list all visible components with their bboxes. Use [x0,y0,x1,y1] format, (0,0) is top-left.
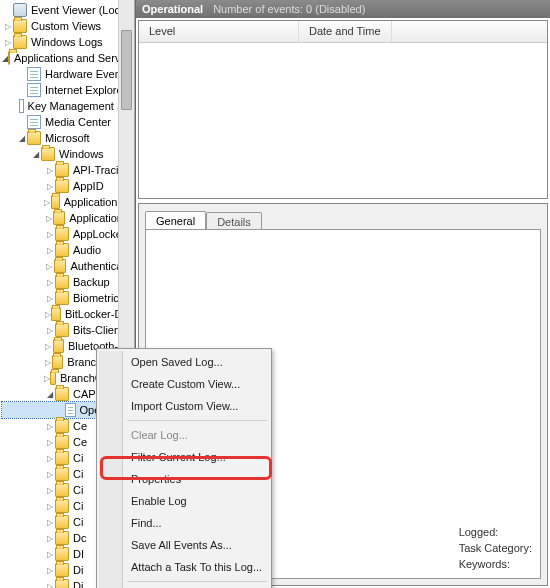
chevron-icon[interactable] [2,34,13,51]
chevron-down-icon[interactable] [30,146,41,163]
menu-properties[interactable]: Properties [99,468,269,490]
tree-item-windows-logs[interactable]: Windows Logs [2,34,134,50]
folder-icon [55,531,69,545]
tree-item-windows[interactable]: Windows [2,146,134,162]
chevron-icon[interactable] [44,306,51,323]
tree-item-appid[interactable]: AppID [2,178,134,194]
folder-icon [55,179,69,193]
chevron-icon[interactable] [44,514,55,531]
chevron-icon[interactable] [16,130,27,147]
chevron-icon[interactable] [44,322,55,339]
tree-item-applications-services[interactable]: Applications and Services [2,50,134,66]
chevron-icon[interactable] [44,546,55,563]
folder-icon [52,355,63,369]
tree-item-custom-views[interactable]: Custom Views [2,18,134,34]
chevron-icon[interactable] [44,418,55,435]
detail-title: Operational [142,3,203,15]
folder-icon [55,291,69,305]
scroll-thumb[interactable] [121,30,132,110]
folder-icon [55,419,69,433]
folder-icon [27,131,41,145]
event-viewer-icon [13,3,27,17]
chevron-icon[interactable] [44,450,55,467]
chevron-icon[interactable] [44,290,55,307]
chevron-icon[interactable] [44,466,55,483]
tree-item-application-se[interactable]: Application Se [2,194,134,210]
chevron-icon[interactable] [44,210,53,227]
chevron-icon[interactable] [44,226,55,243]
menu-save-all-events-as[interactable]: Save All Events As... [99,534,269,556]
tree-item-audio[interactable]: Audio [2,242,134,258]
tree-item-hardware-events[interactable]: Hardware Events [2,66,134,82]
chevron-icon[interactable] [44,386,55,403]
folder-icon [55,435,69,449]
chevron-icon[interactable] [44,178,55,195]
folder-icon [55,547,69,561]
tree-item-biometrics[interactable]: Biometrics [2,290,134,306]
tree-root-label: Event Viewer (Local) [29,2,132,18]
tree-item-key-management-ser[interactable]: Key Management Ser [2,98,134,114]
folder-icon [55,243,69,257]
menu-find[interactable]: Find... [99,512,269,534]
folder-icon [27,115,41,129]
folder-icon [53,339,64,353]
context-menu: Open Saved Log... Create Custom View... … [96,348,272,588]
chevron-icon[interactable] [44,354,52,371]
prop-keywords: Keywords: [459,558,532,570]
chevron-icon[interactable] [44,530,55,547]
chevron-icon[interactable] [44,482,55,499]
folder-icon [55,515,69,529]
chevron-icon[interactable] [44,242,55,259]
folder-icon [27,67,41,81]
menu-attach-task[interactable]: Attach a Task To this Log... [99,556,269,578]
tree-item-authenticatio[interactable]: Authenticatio [2,258,134,274]
chevron-icon[interactable] [44,562,55,579]
chevron-icon[interactable] [44,274,55,291]
folder-icon [55,323,69,337]
prop-logged: Logged: [459,526,532,538]
tree-item-backup[interactable]: Backup [2,274,134,290]
chevron-icon[interactable] [44,338,53,355]
tree-root[interactable]: Event Viewer (Local) [2,2,134,18]
tree-item-internet-explorer[interactable]: Internet Explorer [2,82,134,98]
column-level[interactable]: Level [139,21,299,42]
tree-item-media-center[interactable]: Media Center [2,114,134,130]
tree-item-api-tracing[interactable]: API-Tracing [2,162,134,178]
folder-icon [55,483,69,497]
tree-item-applocker[interactable]: AppLocker [2,226,134,242]
tree-item-bitlocker-driv[interactable]: BitLocker-Driv [2,306,134,322]
tree-item-application-e[interactable]: Application-E [2,210,134,226]
chevron-icon[interactable] [44,434,55,451]
folder-icon [55,563,69,577]
chevron-icon[interactable] [44,258,54,275]
menu-open-saved-log[interactable]: Open Saved Log... [99,351,269,373]
chevron-icon[interactable] [44,194,51,211]
chevron-icon[interactable] [44,498,55,515]
folder-icon [54,259,67,273]
folder-icon [41,147,55,161]
folder-icon [55,163,69,177]
menu-create-custom-view[interactable]: Create Custom View... [99,373,269,395]
chevron-icon[interactable] [2,18,13,35]
menu-separator [127,420,267,421]
tree-item-bits-client[interactable]: Bits-Client [2,322,134,338]
folder-icon [19,99,24,113]
chevron-icon[interactable] [44,162,55,179]
menu-enable-log[interactable]: Enable Log [99,490,269,512]
chevron-icon[interactable] [44,578,55,589]
tab-general[interactable]: General [145,211,206,230]
menu-import-custom-view[interactable]: Import Custom View... [99,395,269,417]
tree-item-microsoft[interactable]: Microsoft [2,130,134,146]
menu-filter-current-log[interactable]: Filter Current Log... [99,446,269,468]
column-headers[interactable]: Level Date and Time [139,21,547,43]
prop-task-category: Task Category: [459,542,532,554]
menu-clear-log[interactable]: Clear Log... [99,424,269,446]
detail-titlebar: Operational Number of events: 0 (Disable… [136,0,550,18]
column-datetime[interactable]: Date and Time [299,21,392,42]
folder-icon [50,371,56,385]
folder-icon [55,499,69,513]
folder-icon [51,307,61,321]
detail-subtitle: Number of events: 0 (Disabled) [213,3,365,15]
event-list[interactable] [139,43,547,198]
folder-icon [51,195,60,209]
